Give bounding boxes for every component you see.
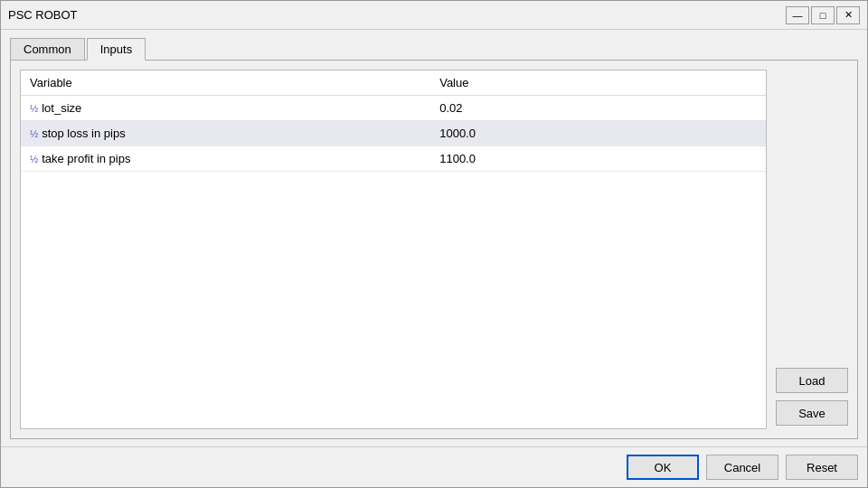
main-window: PSC ROBOT — □ ✕ Common Inputs	[0, 0, 868, 488]
table-cell-variable: ½take profit in pips	[21, 146, 430, 172]
title-bar: PSC ROBOT — □ ✕	[1, 1, 867, 30]
variable-name: stop loss in pips	[42, 127, 126, 140]
col-header-variable: Variable	[21, 70, 430, 96]
variable-name: lot_size	[42, 101, 81, 115]
table-cell-value: 0.02	[430, 96, 766, 121]
variable-type-icon: ½	[30, 154, 38, 164]
tab-bar: Common Inputs	[10, 37, 858, 60]
variable-name: take profit in pips	[42, 152, 130, 165]
variable-type-icon: ½	[30, 103, 38, 114]
reset-button[interactable]: Reset	[786, 455, 858, 480]
tab-inputs[interactable]: Inputs	[87, 38, 146, 61]
close-button[interactable]: ✕	[836, 6, 860, 24]
variables-table: Variable Value ½lot_size0.02½stop loss i…	[21, 70, 766, 172]
table-row[interactable]: ½lot_size0.02	[21, 96, 766, 121]
table-cell-value: 1100.0	[430, 146, 766, 172]
cancel-button[interactable]: Cancel	[706, 455, 778, 480]
ok-button[interactable]: OK	[627, 455, 699, 480]
tab-common[interactable]: Common	[10, 38, 85, 61]
table-row[interactable]: ½stop loss in pips1000.0	[21, 121, 766, 146]
minimize-button[interactable]: —	[786, 6, 809, 24]
table-cell-variable: ½stop loss in pips	[21, 121, 430, 146]
maximize-button[interactable]: □	[811, 6, 835, 24]
table-cell-value: 1000.0	[430, 121, 766, 146]
table-cell-variable: ½lot_size	[21, 96, 430, 121]
window-content: Common Inputs Variable Value ½lot_	[1, 30, 867, 446]
save-button[interactable]: Save	[776, 400, 848, 426]
title-bar-controls: — □ ✕	[786, 6, 860, 24]
bottom-bar: OK Cancel Reset	[1, 446, 867, 487]
window-title: PSC ROBOT	[8, 8, 78, 22]
side-buttons: Load Save	[776, 70, 848, 429]
main-area: Variable Value ½lot_size0.02½stop loss i…	[10, 60, 858, 439]
col-header-value: Value	[430, 70, 766, 96]
variables-table-container: Variable Value ½lot_size0.02½stop loss i…	[20, 70, 767, 429]
table-row[interactable]: ½take profit in pips1100.0	[21, 146, 766, 172]
variable-type-icon: ½	[30, 128, 38, 139]
load-button[interactable]: Load	[776, 368, 848, 393]
